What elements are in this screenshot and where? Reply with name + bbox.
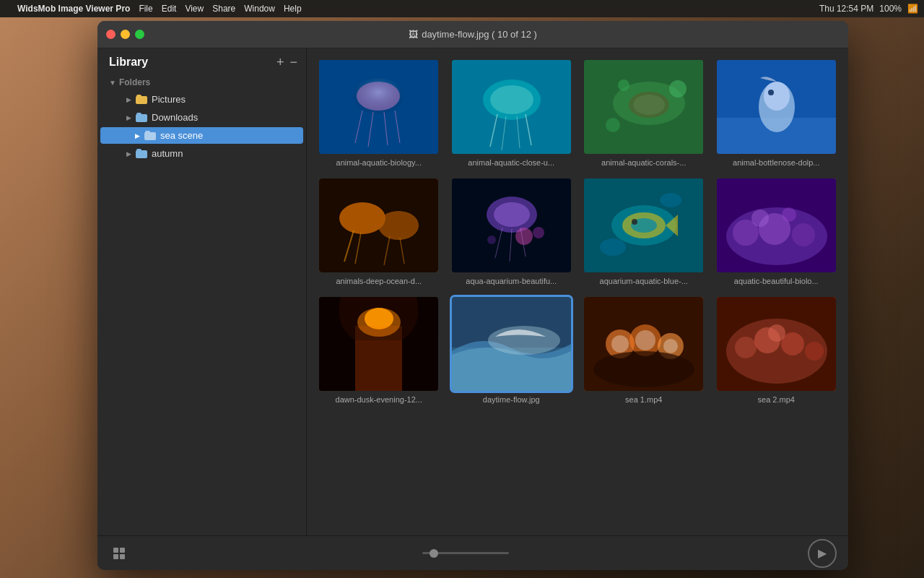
grid-view-button[interactable] — [109, 543, 129, 564]
menu-share[interactable]: Share — [212, 4, 235, 14]
image-cell-7[interactable]: aquarium-aquatic-blue-... — [583, 178, 705, 285]
svg-rect-83 — [120, 554, 125, 559]
svg-point-71 — [663, 339, 678, 353]
app-name[interactable]: WidsMob Image Viewer Pro — [17, 4, 130, 14]
slider-thumb[interactable] — [430, 549, 438, 558]
minimize-button[interactable] — [121, 30, 130, 39]
svg-point-36 — [494, 202, 530, 227]
downloads-folder-icon — [136, 113, 147, 122]
image-cell-9[interactable]: dawn-dusk-evening-12... — [318, 297, 440, 404]
thumbnail-1[interactable] — [319, 60, 438, 154]
size-slider[interactable] — [422, 552, 509, 554]
thumbnail-10[interactable] — [452, 297, 571, 391]
sidebar-actions: + − — [276, 56, 297, 69]
image-label-5: animals-deep-ocean-d... — [336, 277, 422, 285]
pictures-folder-icon — [136, 95, 147, 104]
svg-point-39 — [487, 236, 496, 244]
image-cell-6[interactable]: aqua-aquarium-beautifu... — [451, 178, 572, 285]
thumbnail-7[interactable] — [584, 178, 703, 272]
app-window: 🖼 daytime-flow.jpg ( 10 of 12 ) Library … — [97, 21, 848, 570]
svg-point-72 — [593, 351, 694, 387]
svg-rect-82 — [113, 554, 118, 559]
svg-point-69 — [611, 335, 629, 353]
image-area[interactable]: animal-aquatic-biology... — [307, 48, 848, 535]
slider-area — [138, 552, 793, 554]
image-cell-5[interactable]: animals-deep-ocean-d... — [318, 178, 440, 285]
sea-scene-folder-icon — [144, 131, 156, 140]
image-cell-3[interactable]: animal-aquatic-corals-... — [583, 60, 705, 167]
play-button[interactable]: ▶ — [808, 539, 837, 568]
image-label-11: sea 1.mp4 — [625, 395, 662, 404]
image-label-7: aquarium-aquatic-blue-... — [600, 277, 688, 285]
downloads-arrow: ▶ — [126, 114, 131, 121]
svg-rect-14 — [452, 60, 571, 154]
file-icon: 🖼 — [409, 29, 418, 40]
image-cell-4[interactable]: animal-bottlenose-dolp... — [716, 60, 837, 167]
thumbnail-12[interactable] — [717, 297, 836, 391]
add-library-button[interactable]: + — [276, 56, 284, 69]
image-label-12: sea 2.mp4 — [758, 395, 795, 404]
image-cell-11[interactable]: sea 1.mp4 — [583, 297, 705, 404]
thumbnail-2[interactable] — [452, 60, 571, 154]
title-text: daytime-flow.jpg ( 10 of 12 ) — [422, 29, 537, 40]
svg-rect-81 — [120, 548, 125, 553]
svg-point-38 — [533, 227, 544, 238]
sea-scene-arrow: ▶ — [135, 132, 140, 139]
menu-file[interactable]: File — [139, 4, 152, 14]
folders-section[interactable]: ▼ Folders — [97, 74, 306, 90]
image-cell-2[interactable]: animal-aquatic-close-u... — [451, 60, 572, 167]
svg-point-47 — [632, 219, 637, 225]
svg-point-49 — [600, 238, 626, 256]
menu-window[interactable]: Window — [244, 4, 275, 14]
svg-point-70 — [635, 330, 655, 350]
thumbnail-11[interactable] — [584, 297, 703, 391]
menu-edit[interactable]: Edit — [162, 4, 177, 14]
svg-rect-61 — [355, 326, 402, 391]
image-cell-10[interactable]: daytime-flow.jpg — [451, 297, 572, 404]
folders-arrow: ▼ — [109, 79, 116, 87]
svg-point-25 — [764, 82, 790, 111]
menu-view[interactable]: View — [185, 4, 204, 14]
svg-point-55 — [751, 210, 769, 227]
menubar-time: Thu 12:54 PM — [819, 4, 873, 14]
image-label-8: aquatic-beautiful-biolo... — [734, 277, 819, 285]
image-cell-12[interactable]: sea 2.mp4 — [716, 297, 837, 404]
svg-point-48 — [660, 193, 681, 207]
maximize-button[interactable] — [135, 30, 144, 39]
svg-point-37 — [515, 228, 533, 245]
main-content: Library + − ▼ Folders ▶ — [97, 48, 848, 535]
grid-icon — [112, 546, 126, 561]
svg-point-75 — [735, 337, 757, 358]
close-button[interactable] — [106, 30, 116, 39]
menu-help[interactable]: Help — [284, 4, 302, 14]
image-cell-8[interactable]: aquatic-beautiful-biolo... — [716, 178, 837, 285]
thumbnail-4[interactable] — [717, 60, 836, 154]
thumbnail-5[interactable] — [319, 178, 438, 272]
window-title: 🖼 daytime-flow.jpg ( 10 of 12 ) — [409, 29, 537, 40]
svg-point-26 — [768, 90, 774, 95]
bottom-bar: ▶ — [97, 535, 848, 570]
sidebar-title: Library — [109, 56, 148, 69]
thumbnail-6[interactable] — [452, 178, 571, 272]
folders-label: Folders — [119, 77, 150, 87]
thumbnail-3[interactable] — [584, 60, 703, 154]
image-label-1: animal-aquatic-biology... — [336, 158, 422, 167]
remove-library-button[interactable]: − — [289, 56, 297, 69]
sidebar-item-sea-scene[interactable]: ▶ sea scene — [100, 127, 303, 144]
image-label-6: aqua-aquarium-beautifu... — [466, 277, 557, 285]
sidebar-item-pictures[interactable]: ▶ Pictures — [100, 91, 303, 108]
traffic-lights — [106, 30, 144, 39]
svg-point-28 — [339, 202, 385, 234]
desktop: 🖼 daytime-flow.jpg ( 10 of 12 ) Library … — [0, 17, 924, 578]
downloads-label: Downloads — [152, 112, 295, 123]
svg-point-19 — [618, 79, 629, 91]
thumbnail-9[interactable] — [319, 297, 438, 391]
menubar-wifi: 📶 — [907, 4, 918, 14]
image-label-3: animal-aquatic-corals-... — [601, 158, 686, 167]
autumn-arrow: ▶ — [126, 150, 131, 158]
thumbnail-8[interactable] — [717, 178, 836, 272]
image-cell-1[interactable]: animal-aquatic-biology... — [318, 60, 440, 167]
sidebar-item-downloads[interactable]: ▶ Downloads — [100, 109, 303, 126]
play-icon: ▶ — [818, 546, 827, 560]
sidebar-item-autumn[interactable]: ▶ autumn — [100, 145, 303, 162]
